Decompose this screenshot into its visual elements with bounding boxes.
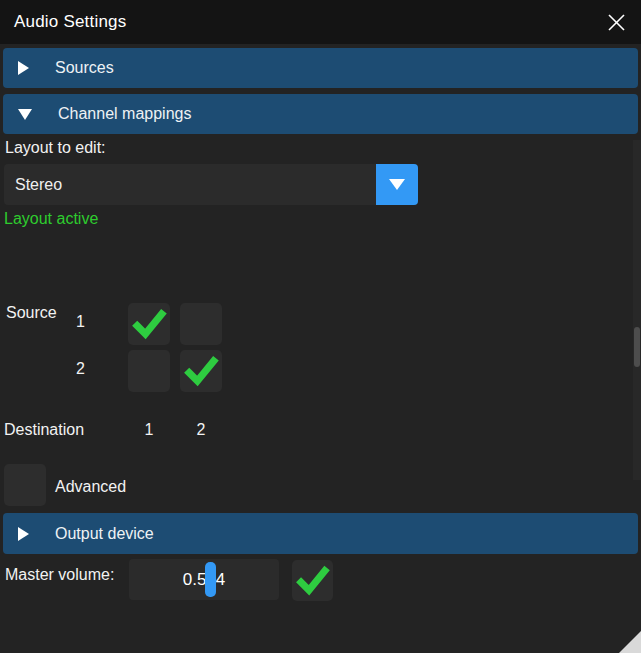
section-header-sources[interactable]: Sources [3,48,638,88]
volume-slider-handle[interactable] [205,562,216,597]
section-header-channel-mappings[interactable]: Channel mappings [3,94,638,134]
matrix-row-label: 2 [55,360,85,378]
chevron-down-icon [18,109,32,120]
layout-dropdown-button[interactable] [376,164,418,205]
layout-status-text: Layout active [4,210,98,228]
section-header-output-device[interactable]: Output device [3,513,638,554]
matrix-row-label: 1 [55,313,85,331]
master-volume-label: Master volume: [5,566,114,584]
audio-settings-dialog: Audio Settings Sources Channel mappings … [0,0,641,653]
matrix-col-label: 1 [128,421,170,439]
dialog-title: Audio Settings [14,12,126,32]
close-button[interactable] [599,5,633,39]
mapping-checkbox-src1-dst1[interactable] [128,303,170,345]
layout-to-edit-label: Layout to edit: [5,139,106,157]
layout-dropdown[interactable]: Stereo [4,164,418,205]
mapping-checkbox-src1-dst2[interactable] [180,303,222,345]
chevron-right-icon [18,61,29,75]
check-icon [294,562,331,599]
resize-handle[interactable] [619,631,641,653]
advanced-checkbox[interactable] [4,464,46,506]
master-volume-slider[interactable]: 0.544 [129,559,279,600]
check-icon [182,352,220,390]
mapping-checkbox-src2-dst2[interactable] [180,350,222,392]
section-label: Output device [55,525,154,543]
chevron-right-icon [18,527,29,541]
matrix-destination-label: Destination [4,421,84,439]
dropdown-arrow-icon [389,179,405,190]
scrollbar-thumb[interactable] [634,327,640,367]
master-volume-enable-checkbox[interactable] [292,560,333,601]
scrollbar-track[interactable] [633,140,641,480]
matrix-source-label: Source [6,304,57,322]
section-label: Sources [55,59,114,77]
check-icon [130,305,168,343]
titlebar: Audio Settings [0,0,641,44]
advanced-label: Advanced [55,478,126,496]
section-label: Channel mappings [58,105,191,123]
matrix-col-label: 2 [180,421,222,439]
mapping-checkbox-src2-dst1[interactable] [128,350,170,392]
close-icon [607,13,626,32]
layout-dropdown-value: Stereo [15,176,376,194]
